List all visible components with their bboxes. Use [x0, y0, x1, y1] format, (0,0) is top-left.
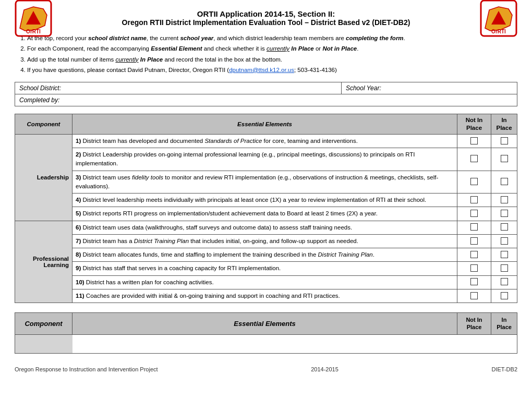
header-essential: Essential Elements [72, 114, 457, 135]
bottom-header-not-in-place: Not InPlace [457, 313, 491, 335]
leadership-component: Leadership [15, 134, 72, 221]
table-row: 4) District level leadership meets indiv… [15, 194, 517, 207]
email-link[interactable]: dputnam@ttsd.k12.or.us [229, 67, 294, 73]
inplace-checkbox-10[interactable] [491, 275, 517, 289]
element-5: 5) District reports RTI progress on impl… [72, 207, 457, 221]
notinplace-checkbox-7[interactable] [457, 234, 491, 248]
title-line1: ORTII Application 2014-15, Section II: [15, 9, 517, 18]
element-11: 11) Coaches are provided with initial & … [72, 289, 457, 303]
footer: Oregon Response to Instruction and Inter… [15, 366, 517, 372]
bottom-header-component: Component [15, 313, 72, 335]
logo-right: OrRTI [480, 0, 517, 37]
inplace-checkbox-9[interactable] [491, 262, 517, 275]
header-in-place: InPlace [491, 114, 517, 135]
table-row: 9) District has staff that serves in a c… [15, 262, 517, 275]
bottom-header-essential: Essential Elements [72, 313, 457, 335]
school-year-cell: School Year: [341, 82, 517, 94]
professional-learning-component: ProfessionalLearning [15, 221, 72, 303]
header-title: ORTII Application 2014-15, Section II: O… [15, 9, 517, 27]
svg-text:OrRTI: OrRTI [26, 29, 41, 34]
bottom-element-cell [72, 334, 457, 353]
table-row: 3) District team uses fidelity tools to … [15, 171, 517, 194]
element-7: 7) District team has a District Training… [72, 234, 457, 248]
notinplace-checkbox-4[interactable] [457, 194, 491, 207]
school-district-cell: School District: [15, 82, 342, 94]
school-info-table: School District: School Year: Completed … [15, 82, 517, 106]
completed-by-cell: Completed by: [15, 94, 517, 106]
element-3: 3) District team uses fidelity tools to … [72, 171, 457, 194]
table-row: 8) District team allocates funds, time a… [15, 248, 517, 262]
header-area: OrRTI ORTII Application 2014-15, Section… [15, 9, 517, 27]
main-evaluation-table: Component Essential Elements Not InPlace… [15, 114, 517, 303]
element-4: 4) District level leadership meets indiv… [72, 194, 457, 207]
notinplace-checkbox-9[interactable] [457, 262, 491, 275]
table-row: 10) District has a written plan for coac… [15, 275, 517, 289]
table-row: Leadership 1) District team has develope… [15, 134, 517, 148]
inplace-checkbox-11[interactable] [491, 289, 517, 303]
notinplace-checkbox-3[interactable] [457, 171, 491, 194]
inplace-checkbox-2[interactable] [491, 148, 517, 171]
footer-left: Oregon Response to Instruction and Inter… [15, 366, 158, 372]
bottom-summary-table: Component Essential Elements Not InPlace… [15, 312, 517, 354]
instruction-2: For each Component, read the accompanyin… [27, 44, 517, 53]
table-row: 7) District team has a District Training… [15, 234, 517, 248]
inplace-checkbox-6[interactable] [491, 221, 517, 234]
element-2: 2) District Leadership provides on-going… [72, 148, 457, 171]
table-row: ProfessionalLearning 6) District team us… [15, 221, 517, 234]
notinplace-checkbox-2[interactable] [457, 148, 491, 171]
notinplace-checkbox-5[interactable] [457, 207, 491, 221]
header-component: Component [15, 114, 72, 135]
inplace-checkbox-8[interactable] [491, 248, 517, 262]
notinplace-checkbox-8[interactable] [457, 248, 491, 262]
notinplace-checkbox-1[interactable] [457, 134, 491, 148]
element-1: 1) District team has developed and docum… [72, 134, 457, 148]
table-row: 2) District Leadership provides on-going… [15, 148, 517, 171]
bottom-notinplace-cell [457, 334, 491, 353]
svg-text:OrRTI: OrRTI [491, 29, 506, 34]
footer-center: 2014-2015 [311, 366, 338, 372]
title-line2: Oregon RTII District Implementation Eval… [15, 18, 517, 27]
notinplace-checkbox-10[interactable] [457, 275, 491, 289]
header-not-in-place: Not InPlace [457, 114, 491, 135]
instruction-1: At the top, record your school district … [27, 34, 517, 43]
table-row: 11) Coaches are provided with initial & … [15, 289, 517, 303]
element-9: 9) District has staff that serves in a c… [72, 262, 457, 275]
bottom-inplace-cell [491, 334, 517, 353]
inplace-checkbox-5[interactable] [491, 207, 517, 221]
inplace-checkbox-1[interactable] [491, 134, 517, 148]
bottom-component-cell [15, 334, 72, 353]
table-row: 5) District reports RTI progress on impl… [15, 207, 517, 221]
element-6: 6) District team uses data (walkthroughs… [72, 221, 457, 234]
instruction-3: Add up the total number of items current… [27, 55, 517, 64]
notinplace-checkbox-11[interactable] [457, 289, 491, 303]
notinplace-checkbox-6[interactable] [457, 221, 491, 234]
inplace-checkbox-7[interactable] [491, 234, 517, 248]
element-8: 8) District team allocates funds, time a… [72, 248, 457, 262]
inplace-checkbox-3[interactable] [491, 171, 517, 194]
footer-right: DIET-DB2 [491, 366, 517, 372]
bottom-header-in-place: InPlace [491, 313, 517, 335]
element-10: 10) District has a written plan for coac… [72, 275, 457, 289]
inplace-checkbox-4[interactable] [491, 194, 517, 207]
logo-left: OrRTI [15, 0, 52, 37]
instructions-section: At the top, record your school district … [15, 34, 517, 75]
instruction-4: If you have questions, please contact Da… [27, 66, 517, 75]
